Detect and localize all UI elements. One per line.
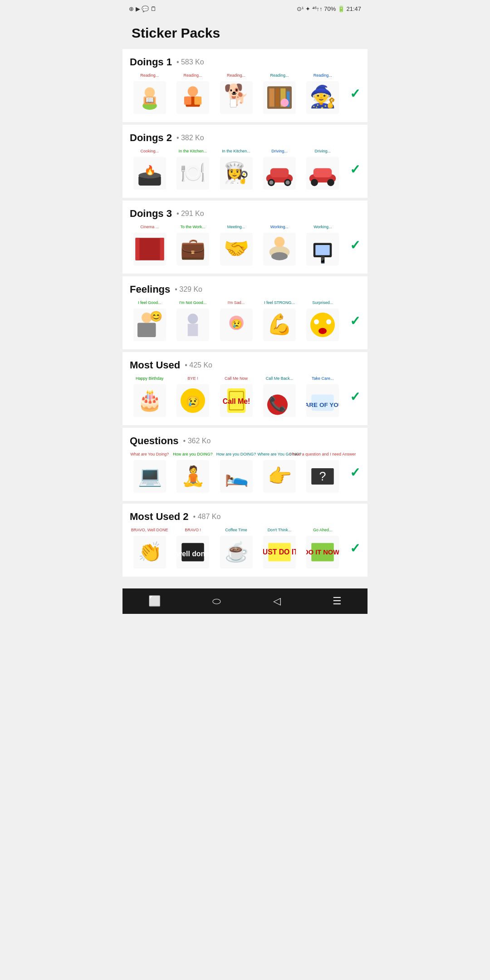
sticker-image-feelings-0: 😊: [133, 309, 166, 341]
svg-text:📱: 📱: [319, 256, 327, 264]
sticker-image-mostused-4: TAKE CARE OF YOURSELF: [306, 384, 339, 417]
pack-check-icon-doings1[interactable]: ✓: [346, 86, 360, 101]
svg-rect-42: [316, 245, 330, 255]
sticker-label-questions-2: How are you DOING?: [216, 452, 256, 459]
svg-point-40: [271, 252, 288, 260]
sticker-image-feelings-2: 😢: [220, 309, 253, 341]
sticker-label-doings2-2: In the Kitchen...: [222, 149, 250, 156]
svg-text:😊: 😊: [149, 310, 162, 323]
sticker-image-questions-1: 🧘: [176, 460, 209, 493]
pack-size-doings2: • 382 Ko: [176, 134, 204, 142]
sticker-doings2-3: Driving...: [260, 149, 299, 190]
status-bar: ⊕ ▶ 💬 🗒 ⊙¹ ✦ ⁴⁶↑↑ 70% 🔋 21:47: [122, 0, 368, 16]
svg-point-55: [318, 328, 327, 334]
sticker-label-questions-0: What are You Doing?: [130, 452, 169, 459]
sticker-label-mostused-0: Happy Birthday: [136, 377, 164, 383]
sticker-image-questions-3: 👉: [263, 460, 296, 493]
nav-menu-button[interactable]: ☰: [322, 593, 353, 609]
pack-section-doings1[interactable]: Doings 1• 583 KoReading...📖Reading...Rea…: [122, 49, 368, 122]
svg-rect-33: [135, 238, 164, 260]
pack-section-mostused2[interactable]: Most Used 2• 487 KoBRAVO, Well DONE👏BRAV…: [122, 504, 368, 577]
svg-text:☕: ☕: [224, 540, 249, 564]
sticker-mostused2-4: Go Ahed...DO IT NOW!: [303, 528, 343, 568]
pack-check-icon-mostused[interactable]: ✓: [346, 389, 360, 404]
sticker-label-mostused-3: Call Me Back...: [266, 377, 294, 383]
pack-stickers-questions: What are You Doing?💻How are you DOING?🧘H…: [130, 452, 360, 493]
pack-stickers-feelings: I feel Good...😊I'm Not Good...I'm Sad...…: [130, 301, 360, 341]
navigation-bar: ⬜ ⬭ ◁ ☰: [122, 588, 368, 614]
sticker-image-doings2-1: 🍽️: [176, 157, 209, 190]
pack-name-doings3: Doings 3: [130, 208, 172, 220]
svg-rect-44: [137, 323, 156, 338]
sticker-image-mostused-1: 😢: [176, 384, 209, 417]
sticker-doings1-4: Reading...🧙: [303, 74, 343, 114]
sticker-label-mostused-2: Call Me Now: [225, 377, 248, 383]
sticker-image-mostused2-1: well done: [176, 536, 209, 568]
sticker-image-questions-0: 💻: [133, 460, 166, 493]
sticker-image-doings3-4: 📱: [306, 233, 339, 265]
pack-stickers-doings2: Cooking...🔥In the Kitchen...🍽️In the Kit…: [130, 149, 360, 190]
sticker-label-feelings-2: I'm Sad...: [228, 301, 245, 307]
sticker-label-doings1-3: Reading...: [270, 74, 289, 80]
sticker-image-mostused-0: 🎂: [133, 384, 166, 417]
sticker-label-mostused2-2: Coffee Time: [225, 528, 247, 534]
status-left: ⊕ ▶ 💬 🗒: [129, 5, 157, 12]
svg-text:🍽️: 🍽️: [180, 161, 206, 185]
svg-text:well done: well done: [176, 550, 209, 558]
sticker-mostused2-0: BRAVO, Well DONE👏: [130, 528, 169, 568]
svg-text:🧘: 🧘: [181, 465, 206, 488]
pack-stickers-doings1: Reading...📖Reading...Reading...🐕Reading.…: [130, 74, 360, 114]
pack-section-questions[interactable]: Questions• 362 KoWhat are You Doing?💻How…: [122, 428, 368, 501]
sticker-label-doings3-3: Working...: [270, 225, 289, 231]
sticker-feelings-1: I'm Not Good...: [173, 301, 212, 341]
pack-section-doings3[interactable]: Doings 3• 291 KoCinema ...To the Work...…: [122, 201, 368, 274]
sticker-label-doings3-0: Cinema ...: [140, 225, 159, 231]
sticker-image-doings2-3: [263, 157, 296, 190]
pack-check-icon-doings2[interactable]: ✓: [346, 162, 360, 177]
sticker-feelings-4: Surprised...: [303, 301, 343, 341]
pack-section-mostused[interactable]: Most Used• 425 KoHappy Birthday🎂BYE !😢Ca…: [122, 352, 368, 425]
sticker-label-doings1-0: Reading...: [140, 74, 159, 80]
svg-text:💼: 💼: [180, 236, 206, 261]
sticker-feelings-0: I feel Good...😊: [130, 301, 169, 341]
sticker-mostused-2: Call Me NowCall Me!: [216, 377, 256, 417]
sticker-label-doings3-1: To the Work...: [180, 225, 205, 231]
pack-check-icon-doings3[interactable]: ✓: [346, 238, 360, 253]
sticker-label-mostused-1: BYE !: [188, 377, 198, 383]
pack-size-doings3: • 291 Ko: [176, 210, 204, 218]
sticker-image-questions-4: ?: [306, 460, 339, 493]
svg-text:DO IT NOW!: DO IT NOW!: [306, 549, 339, 556]
pack-size-mostused2: • 487 Ko: [193, 513, 221, 521]
svg-text:😢: 😢: [186, 395, 200, 409]
sticker-doings1-3: Reading...: [260, 74, 299, 114]
sticker-questions-1: How are you DOING?🧘: [173, 452, 212, 493]
pack-check-icon-questions[interactable]: ✓: [346, 465, 360, 480]
svg-text:📞: 📞: [269, 395, 287, 412]
sticker-label-doings2-3: Driving...: [271, 149, 288, 156]
pack-check-icon-feelings[interactable]: ✓: [346, 314, 360, 328]
pack-section-feelings[interactable]: Feelings• 329 KoI feel Good...😊I'm Not G…: [122, 276, 368, 349]
pack-name-doings1: Doings 1: [130, 56, 172, 68]
pack-name-questions: Questions: [130, 435, 179, 447]
svg-point-47: [188, 314, 198, 324]
pack-section-doings2[interactable]: Doings 2• 382 KoCooking...🔥In the Kitche…: [122, 125, 368, 198]
sticker-image-mostused-3: 📞: [263, 384, 296, 417]
notification-icons: ⊕ ▶ 💬 🗒: [129, 5, 157, 12]
nav-back-button[interactable]: ◁: [262, 593, 292, 609]
sticker-doings2-1: In the Kitchen...🍽️: [173, 149, 212, 190]
nav-circle-button[interactable]: ⬭: [201, 593, 232, 609]
svg-point-53: [314, 319, 319, 324]
pack-size-doings1: • 583 Ko: [176, 58, 204, 66]
svg-point-28: [285, 181, 289, 185]
svg-point-26: [269, 181, 273, 185]
sticker-image-feelings-1: [176, 309, 209, 341]
svg-text:🎂: 🎂: [137, 388, 163, 412]
svg-rect-12: [269, 88, 274, 107]
sticker-label-doings1-1: Reading...: [184, 74, 202, 80]
pack-check-icon-mostused2[interactable]: ✓: [346, 541, 360, 556]
pack-size-feelings: • 329 Ko: [175, 285, 202, 294]
pack-name-doings2: Doings 2: [130, 132, 172, 144]
svg-point-5: [188, 86, 198, 97]
nav-square-button[interactable]: ⬜: [137, 593, 172, 609]
sticker-image-mostused2-3: JUST DO IT!: [263, 536, 296, 568]
